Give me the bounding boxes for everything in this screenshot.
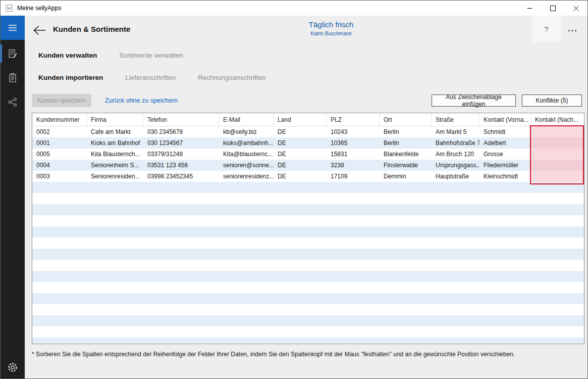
table-cell[interactable]: Berlin [380,126,432,137]
table-cell[interactable]: 030 1234567 [143,137,219,149]
hamburger-menu-button[interactable] [1,16,25,40]
table-cell[interactable]: kb@selly.biz [219,126,274,137]
table-cell[interactable] [531,126,584,137]
table-cell[interactable] [531,149,584,160]
table-cell[interactable]: Seniorenheim S... [87,160,143,171]
table-cell[interactable]: Adelbert [479,137,531,149]
table-cell[interactable]: Fliedermüller [479,160,531,171]
column-header[interactable]: Straße [432,113,479,126]
column-header[interactable]: Telefon [143,113,219,126]
table-cell[interactable]: Blankenfelde [380,149,432,160]
table-cell[interactable] [531,137,584,149]
table-cell[interactable]: Grosse [479,149,531,160]
account-info[interactable]: Täglich frisch Katrin Buschmann [309,20,353,36]
table-cell[interactable]: Kita@blausternc... [219,149,274,160]
save-button[interactable]: Kunden speichern [32,94,91,107]
tabs-primary: Kunden verwalten Sortimente verwalten [25,45,588,65]
tab-rechnungsanschriften[interactable]: Rechnungsanschriften [198,74,265,81]
titlebar: Meine sellyApps [1,1,587,16]
sidebar-item-share[interactable] [1,90,25,114]
table-cell[interactable]: Kioks am Bahnhof [87,137,143,149]
table-cell[interactable]: Demmin [380,171,432,182]
sidebar-item-customers[interactable] [1,41,25,66]
help-button[interactable]: ? [532,16,561,42]
paste-from-clipboard-button[interactable]: Aus Zwischenablage einfügen [432,94,516,107]
table-cell[interactable]: Cafe am Markt [87,126,143,137]
table-cell[interactable]: 03531 123 456 [143,160,219,171]
table-cell[interactable]: DE [274,137,327,149]
table-cell[interactable]: 0002 [32,126,87,137]
conflicts-button[interactable]: Konflikte (5) [522,94,582,107]
hamburger-icon [8,24,17,31]
tab-sortimente-verwalten[interactable]: Sortimente verwalten [119,52,183,59]
tab-kunden-verwalten[interactable]: Kunden verwalten [38,52,97,59]
clipboard-icon [8,73,18,83]
table-cell[interactable]: 0005 [32,149,87,160]
tab-lieferanschriften[interactable]: Lieferanschriften [125,74,176,81]
maximize-button[interactable] [541,1,564,16]
table-cell[interactable]: Hauptstraße [432,171,479,182]
table-cell[interactable]: DE [274,171,327,182]
table-cell[interactable] [531,160,584,171]
table-cell[interactable]: Bahnhofstraße 7 [432,137,479,149]
table-cell[interactable]: Schmidt [479,126,531,137]
back-button[interactable] [33,23,48,37]
table-row[interactable]: 0002Cafe am Markt030 2345678kb@selly.biz… [32,126,584,137]
table-cell[interactable]: DE [274,149,327,160]
column-header[interactable]: Kontakt (Nach... [531,113,584,126]
column-header[interactable]: PLZ [327,113,380,126]
empty-row [32,315,584,326]
gear-icon [7,362,18,373]
table-cell[interactable]: DE [274,160,327,171]
content: Kunden & Sortimente Täglich frisch Katri… [25,16,588,379]
table-cell[interactable]: 0001 [32,137,87,149]
help-icon: ? [544,25,548,33]
tab-kunden-importieren[interactable]: Kunden importieren [38,74,103,81]
minimize-button[interactable] [518,1,541,16]
table-cell[interactable]: 17109 [327,171,380,182]
more-button[interactable]: ... [562,20,583,38]
table-cell[interactable] [531,171,584,182]
table-cell[interactable]: Finsterwalde [380,160,432,171]
table-row[interactable]: 0001Kioks am Bahnhof030 1234567kioks@amb… [32,137,584,149]
empty-row [32,338,584,344]
column-header[interactable]: Kontakt (Vorna... [479,113,531,126]
table-cell[interactable]: 10243 [327,126,380,137]
share-icon [8,97,18,107]
table-row[interactable]: 0005Kita Blausternch...03379/31248Kita@b… [32,149,584,160]
table-cell[interactable]: Kleinschmidt [479,171,531,182]
sidebar-item-settings[interactable] [1,355,25,379]
column-header[interactable]: Land [274,113,327,126]
table-cell[interactable]: Seniorenresiden... [87,171,143,182]
close-button[interactable] [564,1,587,16]
table-cell[interactable]: 10365 [327,137,380,149]
column-header[interactable]: Firma [87,113,143,126]
table-cell[interactable]: 03998 23452345 [143,171,219,182]
table-cell[interactable]: 3238 [327,160,380,171]
table-cell[interactable]: Am Markt 5 [432,126,479,137]
footer-note: * Sortieren Sie die Spalten entsprechend… [32,351,581,358]
more-icon: ... [568,24,577,33]
table-cell[interactable]: kioks@ambahnh... [219,137,274,149]
table-cell[interactable]: DE [274,126,327,137]
table-cell[interactable]: Berlin [380,137,432,149]
sidebar-item-clipboard[interactable] [1,66,25,90]
table-cell[interactable]: 0004 [32,160,87,171]
table-cell[interactable]: 15831 [327,149,380,160]
table-row[interactable]: 0004Seniorenheim S...03531 123 456senior… [32,160,584,171]
table-cell[interactable]: Ursprungsgass... [432,160,479,171]
table-cell[interactable]: 03379/31248 [143,149,219,160]
table-row[interactable]: 0003Seniorenresiden...03998 23452345seni… [32,171,584,182]
customers-icon [8,49,18,59]
table-cell[interactable]: 030 2345678 [143,126,219,137]
window-title: Meine sellyApps [17,5,61,12]
table-cell[interactable]: seniorenresidenz... [219,171,274,182]
table-cell[interactable]: Kita Blausternch... [87,149,143,160]
column-header[interactable]: Ort [380,113,432,126]
table-cell[interactable]: senioren@sonne... [219,160,274,171]
column-header[interactable]: Kundennummer [32,113,87,126]
table-cell[interactable]: 0003 [32,171,87,182]
column-header[interactable]: E-Mail [219,113,274,126]
back-without-saving-link[interactable]: Zurück ohne zu speichern [105,97,178,104]
table-cell[interactable]: Am Bruch 120 [432,149,479,160]
